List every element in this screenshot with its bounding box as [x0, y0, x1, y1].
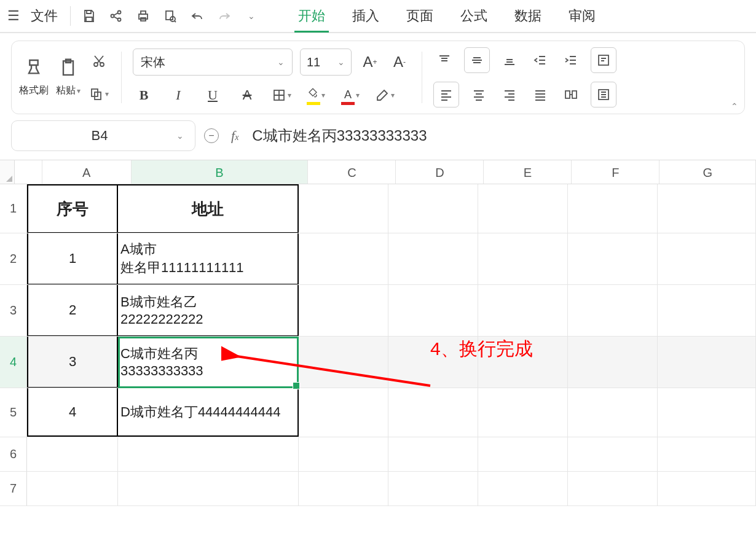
cell-D4[interactable]	[388, 337, 478, 388]
save-icon[interactable]	[77, 4, 101, 28]
formula-bar-input[interactable]: C城市姓名丙33333333333	[247, 126, 745, 146]
tab-page[interactable]: 页面	[393, 1, 447, 31]
cell-D2[interactable]	[388, 233, 478, 284]
cell-C1[interactable]	[299, 184, 388, 233]
cell-D5[interactable]	[388, 388, 478, 437]
undo-icon[interactable]	[185, 4, 210, 28]
print-preview-icon[interactable]	[158, 4, 183, 28]
spreadsheet-grid[interactable]: A B C D E F G 1 2 3 4 5 6 7 序号 地址	[0, 160, 756, 506]
tab-data[interactable]: 数据	[501, 1, 555, 31]
collapse-ribbon-icon[interactable]: ⌃	[731, 101, 738, 111]
cell-G7[interactable]	[658, 472, 756, 505]
fx-icon[interactable]: fx	[231, 128, 238, 144]
row-header-3[interactable]: 3	[0, 285, 27, 337]
cell-B2[interactable]: A城市 姓名甲11111111111	[118, 233, 299, 284]
print-icon[interactable]	[131, 4, 156, 28]
file-menu[interactable]: 文件	[25, 7, 64, 25]
cell-D1[interactable]	[388, 184, 478, 233]
cell-C6[interactable]	[299, 437, 388, 471]
increase-font-button[interactable]: A+	[359, 51, 381, 73]
cell-B4[interactable]: C城市姓名丙 33333333333	[118, 337, 299, 388]
cell-F5[interactable]	[568, 388, 658, 437]
cell-E1[interactable]	[478, 184, 568, 233]
paste-button[interactable]: 粘贴▾	[56, 58, 81, 97]
strikethrough-button[interactable]: A	[236, 84, 258, 106]
cell-G6[interactable]	[658, 437, 756, 471]
tab-review[interactable]: 审阅	[555, 1, 609, 31]
cell-G4[interactable]	[658, 337, 756, 388]
select-all-corner[interactable]	[0, 160, 15, 184]
dropdown-icon[interactable]: ⌄	[239, 4, 264, 28]
decrease-indent-button[interactable]	[529, 49, 551, 71]
border-button[interactable]: ▾	[270, 84, 293, 106]
col-header-E[interactable]: E	[484, 160, 572, 184]
align-left-button[interactable]	[433, 82, 459, 107]
cell-D3[interactable]	[388, 285, 478, 336]
cell-C5[interactable]	[299, 388, 388, 437]
cell-A5[interactable]: 4	[27, 388, 118, 437]
cell-B6[interactable]	[118, 437, 299, 471]
col-header-C[interactable]: C	[308, 160, 396, 184]
orientation-button[interactable]	[591, 82, 616, 107]
increase-indent-button[interactable]	[560, 49, 582, 71]
cell-A7[interactable]	[27, 472, 118, 505]
align-center-button[interactable]	[468, 84, 490, 106]
align-bottom-button[interactable]	[498, 49, 521, 71]
wrap-text-button[interactable]	[591, 47, 616, 73]
align-right-button[interactable]	[498, 84, 521, 106]
cell-E2[interactable]	[478, 233, 568, 284]
bold-button[interactable]: B	[133, 84, 155, 106]
cell-B1[interactable]: 地址	[118, 184, 299, 233]
cell-F2[interactable]	[568, 233, 658, 284]
row-header-2[interactable]: 2	[0, 233, 27, 285]
cancel-formula-icon[interactable]: −	[204, 128, 219, 143]
row-header-1[interactable]: 1	[0, 184, 27, 233]
row-header-7[interactable]: 7	[0, 472, 27, 506]
cell-G3[interactable]	[658, 285, 756, 336]
cell-E5[interactable]	[478, 388, 568, 437]
col-header-D[interactable]: D	[396, 160, 484, 184]
cell-F1[interactable]	[568, 184, 658, 233]
merge-cells-button[interactable]	[560, 84, 582, 106]
name-box[interactable]: B4 ⌄	[11, 120, 195, 151]
cell-C3[interactable]	[299, 285, 388, 336]
cell-F7[interactable]	[568, 472, 658, 505]
font-name-select[interactable]: 宋体 ⌄	[133, 49, 293, 76]
align-top-button[interactable]	[433, 49, 455, 71]
format-painter-button[interactable]: 格式刷	[19, 58, 49, 97]
italic-button[interactable]: I	[167, 84, 189, 106]
align-middle-button[interactable]	[464, 47, 490, 73]
redo-icon[interactable]	[212, 4, 237, 28]
tab-formula[interactable]: 公式	[447, 1, 501, 31]
underline-button[interactable]: U	[202, 84, 224, 106]
cell-A6[interactable]	[27, 437, 118, 471]
cell-G2[interactable]	[658, 233, 756, 284]
row-header-4[interactable]: 4	[0, 337, 27, 388]
col-header-A[interactable]: A	[42, 160, 132, 184]
hamburger-icon[interactable]: ☰	[5, 8, 22, 24]
cell-F3[interactable]	[568, 285, 658, 336]
cell-E7[interactable]	[478, 472, 568, 505]
font-size-select[interactable]: 11 ⌄	[300, 49, 352, 76]
cut-icon[interactable]	[88, 50, 110, 72]
cell-B7[interactable]	[118, 472, 299, 505]
row-header-6[interactable]: 6	[0, 437, 27, 472]
tab-start[interactable]: 开始	[285, 1, 339, 31]
cell-A3[interactable]: 2	[27, 285, 118, 336]
cell-E4[interactable]	[478, 337, 568, 388]
cell-A4[interactable]: 3	[27, 337, 118, 388]
cell-B5[interactable]: D城市姓名丁44444444444	[118, 388, 299, 437]
row-header-5[interactable]: 5	[0, 388, 27, 437]
cell-C7[interactable]	[299, 472, 388, 505]
font-color-button[interactable]: A▾	[339, 84, 361, 106]
cell-F6[interactable]	[568, 437, 658, 471]
cell-E3[interactable]	[478, 285, 568, 336]
eraser-button[interactable]: ▾	[374, 84, 396, 106]
col-header-G[interactable]: G	[660, 160, 756, 184]
fill-color-button[interactable]: ▾	[305, 84, 327, 106]
col-header-B[interactable]: B	[132, 160, 309, 184]
cell-E6[interactable]	[478, 437, 568, 471]
col-header-F[interactable]: F	[572, 160, 660, 184]
share-icon[interactable]	[104, 4, 128, 28]
cell-G5[interactable]	[658, 388, 756, 437]
